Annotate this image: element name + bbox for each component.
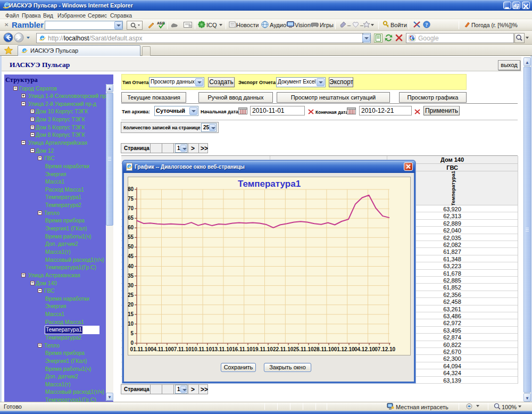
svg-text:07.12.10: 07.12.10: [375, 346, 395, 352]
svg-text:04.12.10: 04.12.10: [354, 346, 375, 352]
svg-text:22.11.10: 22.11.10: [273, 346, 294, 352]
svg-text:70: 70: [128, 205, 134, 211]
svg-text:19.11.10: 19.11.10: [253, 346, 273, 352]
svg-text:10.11.10: 10.11.10: [192, 346, 212, 352]
svg-text:55: 55: [128, 234, 134, 240]
svg-text:75: 75: [128, 196, 134, 202]
svg-text:10: 10: [128, 321, 134, 327]
svg-text:30: 30: [128, 283, 134, 288]
svg-text:15: 15: [128, 311, 134, 317]
svg-text:25.11.10: 25.11.10: [293, 346, 314, 352]
svg-text:04.11.10: 04.11.10: [151, 346, 171, 352]
svg-text:80: 80: [128, 186, 134, 192]
svg-text:35: 35: [128, 273, 134, 279]
svg-text:28.11.10: 28.11.10: [314, 346, 335, 352]
svg-text:40: 40: [128, 263, 134, 269]
svg-text:60: 60: [128, 225, 134, 230]
svg-text:13.11.10: 13.11.10: [212, 346, 232, 352]
svg-text:45: 45: [128, 253, 134, 259]
svg-text:50: 50: [128, 244, 134, 250]
svg-text:5: 5: [130, 330, 134, 336]
svg-text:20: 20: [128, 302, 134, 308]
svg-text:07.11.10: 07.11.10: [171, 346, 192, 352]
svg-text:16.11.10: 16.11.10: [232, 346, 253, 352]
svg-text:?: ?: [425, 22, 428, 28]
svg-text:0: 0: [130, 340, 134, 346]
svg-text:65: 65: [128, 215, 134, 221]
svg-text:01.12.10: 01.12.10: [334, 346, 355, 352]
svg-text:25: 25: [128, 292, 134, 298]
svg-text:01.11.10: 01.11.10: [130, 346, 151, 352]
